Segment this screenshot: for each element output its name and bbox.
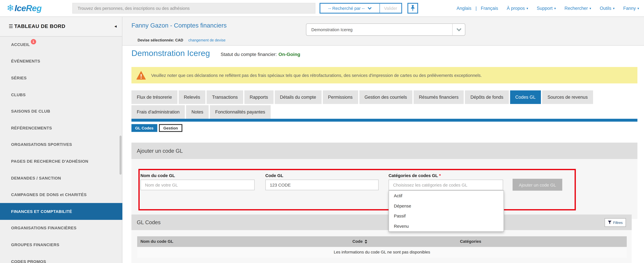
tab-releves[interactable]: Relevés xyxy=(178,90,206,104)
gl-table-empty-message: Les informations du code GL ne sont pas … xyxy=(137,247,627,258)
caret-down-icon: ▾ xyxy=(638,6,639,10)
subtab-gestion[interactable]: Gestion xyxy=(159,124,182,132)
sidebar-title: TABLEAU DE BORD xyxy=(14,24,66,29)
add-gl-section-title: Ajouter un code GL xyxy=(137,148,183,154)
add-gl-code-button[interactable]: Ajouter un code GL xyxy=(512,179,562,191)
main-content: Fanny Gazon - Comptes financiers Devise … xyxy=(122,17,644,263)
gl-categories-input[interactable] xyxy=(388,179,503,190)
option-revenu[interactable]: Revenu xyxy=(389,221,504,231)
page-header-band: Fanny Gazon - Comptes financiers Devise … xyxy=(122,17,644,46)
nav-rechercher[interactable]: Rechercher▾ xyxy=(564,6,591,11)
validate-button[interactable]: Valider xyxy=(380,4,401,13)
currency-row: Devise sélectionnée: CAD changement de d… xyxy=(138,38,226,42)
tab-details-du-compte[interactable]: Détails du compte xyxy=(274,90,322,104)
sidebar: ☰ TABLEAU DE BORD ◂ ACCUEIL 1 ÉVÉNEMENTS… xyxy=(0,17,122,263)
account-title-row: Demonstration Icereg Statut du compte fi… xyxy=(132,49,300,58)
sidebar-item-clubs[interactable]: CLUBS xyxy=(0,86,122,103)
tab-flux-de-tresorerie[interactable]: Flux de trésorerie xyxy=(132,90,177,104)
nav-separator: | xyxy=(476,6,477,11)
organization-select-value: Demonstration Icereg xyxy=(306,24,452,36)
pin-button[interactable] xyxy=(408,3,418,14)
active-tab-indicator-bar xyxy=(132,119,638,122)
tab-sources-de-revenus[interactable]: Sources de revenus xyxy=(542,90,593,104)
search-by-select[interactable]: -- Recherché par -- xyxy=(320,4,380,13)
account-status-label: Statut du compte financier: xyxy=(220,52,277,57)
caret-down-icon: ▾ xyxy=(554,6,556,10)
gl-codes-section-title: GL Codes xyxy=(137,219,160,225)
tab-frais-administration[interactable]: Frais d'administration xyxy=(132,105,185,119)
gl-name-label: Nom du code GL xyxy=(140,173,175,178)
change-currency-link[interactable]: changement de devise xyxy=(188,38,226,42)
sidebar-item-series[interactable]: SÉRIES xyxy=(0,70,122,86)
warning-text: Veuillez noter que ces déclarations ne r… xyxy=(151,73,482,78)
nav-anglais[interactable]: Anglais xyxy=(456,6,471,11)
sidebar-item-finances-et-comptabilite[interactable]: FINANCES ET COMPTABILITÉ xyxy=(0,203,122,220)
hamburger-icon[interactable]: ☰ xyxy=(9,24,13,29)
tab-rapports[interactable]: Rapports xyxy=(244,90,273,104)
caret-down-icon: ▾ xyxy=(590,6,591,10)
search-by-label: -- Recherché par -- xyxy=(328,6,364,11)
option-actif[interactable]: Actif xyxy=(389,191,504,201)
col-categories: Catégories xyxy=(460,236,481,247)
option-depense[interactable]: Dépense xyxy=(389,201,504,211)
tab-transactions[interactable]: Transactions xyxy=(207,90,243,104)
sidebar-scrollbar[interactable] xyxy=(120,136,122,175)
col-gl-name: Nom du code GL xyxy=(140,236,173,247)
sidebar-item-groupes-financiers[interactable]: GROUPES FINANCIERS xyxy=(0,236,122,253)
collapse-arrow-icon[interactable]: ◂ xyxy=(114,24,117,29)
chevron-down-icon xyxy=(368,7,372,10)
tab-notes[interactable]: Notes xyxy=(186,105,209,119)
sidebar-item-campagnes-de-dons[interactable]: CAMPAGNES DE DONS et CHARITÉS xyxy=(0,186,122,203)
sidebar-item-demandes-sanction[interactable]: DEMANDES / SANCTION xyxy=(0,170,122,186)
nav-user-fanny[interactable]: Fanny▾ xyxy=(623,6,639,11)
brand-name: IceReg xyxy=(14,3,42,13)
gl-table-header: Nom du code GL Code Catégories xyxy=(137,236,627,247)
caret-down-icon: ▾ xyxy=(526,6,528,10)
gl-name-input[interactable] xyxy=(140,179,255,190)
notification-badge: 1 xyxy=(31,39,36,44)
option-passif[interactable]: Passif xyxy=(389,211,504,221)
top-navigation: Anglais | Français À propos▾ Support▾ Re… xyxy=(448,0,639,17)
sidebar-item-organisations-sportives[interactable]: ORGANISATIONS SPORTIVES xyxy=(0,136,122,153)
sidebar-item-codes-promos[interactable]: CODES PROMOS xyxy=(0,253,122,263)
nav-a-propos[interactable]: À propos▾ xyxy=(507,6,528,11)
organization-select[interactable]: Demonstration Icereg xyxy=(306,24,466,36)
sidebar-item-referencements[interactable]: RÉFÉRENCEMENTS xyxy=(0,120,122,136)
sort-icon xyxy=(365,239,367,244)
pin-icon xyxy=(410,5,415,12)
tab-depots-de-fonds[interactable]: Dépôts de fonds xyxy=(465,90,509,104)
sidebar-item-accueil[interactable]: ACCUEIL 1 xyxy=(0,36,122,53)
global-search-input[interactable] xyxy=(72,3,316,14)
add-gl-section-header: Ajouter un code GL xyxy=(132,143,638,159)
gl-code-label: Code GL xyxy=(265,173,283,178)
currency-label: Devise sélectionnée: CAD xyxy=(138,38,183,42)
search-by-group: -- Recherché par -- Valider xyxy=(320,3,402,14)
tab-bar-row2: Frais d'administration Notes Fonctionnal… xyxy=(132,105,270,119)
tab-gestion-des-courriels[interactable]: Gestion des courriels xyxy=(359,90,412,104)
sidebar-item-organisations-financieres[interactable]: ORGANISATIONS FINANCIÈRES xyxy=(0,220,122,236)
gl-codes-section-header: GL Codes Filtres xyxy=(132,214,632,230)
tab-resumes-financiers[interactable]: Résumés financiers xyxy=(414,90,464,104)
subtab-gl-codes[interactable]: GL Codes xyxy=(132,124,157,132)
caret-down-icon: ▾ xyxy=(613,6,614,10)
nav-outils[interactable]: Outils▾ xyxy=(600,6,614,11)
sidebar-item-pages-de-recherche-adhesion[interactable]: PAGES DE RECHERCHE D'ADHÉSION xyxy=(0,153,122,170)
col-code[interactable]: Code xyxy=(352,236,367,247)
gl-code-input[interactable] xyxy=(265,179,379,190)
required-asterisk: * xyxy=(439,173,441,178)
app-logo[interactable]: ❄ IceReg xyxy=(6,0,42,17)
account-title: Demonstration Icereg xyxy=(132,49,210,58)
tab-codes-gl[interactable]: Codes GL xyxy=(510,90,541,104)
filters-button[interactable]: Filtres xyxy=(604,218,626,227)
snowflake-icon: ❄ xyxy=(6,3,14,14)
sidebar-item-evenements[interactable]: ÉVÉNEMENTS xyxy=(0,53,122,70)
gl-codes-table-area: Nom du code GL Code Catégories Les infor… xyxy=(132,230,632,263)
warning-triangle-icon xyxy=(136,71,146,80)
tab-fonctionnalites-payantes[interactable]: Fonctionnalités payantes xyxy=(210,105,270,119)
sidebar-menu: ACCUEIL 1 ÉVÉNEMENTS SÉRIES CLUBS SAISON… xyxy=(0,36,122,263)
page-title: Fanny Gazon - Comptes financiers xyxy=(132,22,226,29)
tab-permissions[interactable]: Permissions xyxy=(322,90,358,104)
sidebar-item-saisons-de-club[interactable]: SAISONS DE CLUB xyxy=(0,103,122,120)
nav-francais[interactable]: Français xyxy=(481,6,498,11)
nav-support[interactable]: Support▾ xyxy=(537,6,556,11)
